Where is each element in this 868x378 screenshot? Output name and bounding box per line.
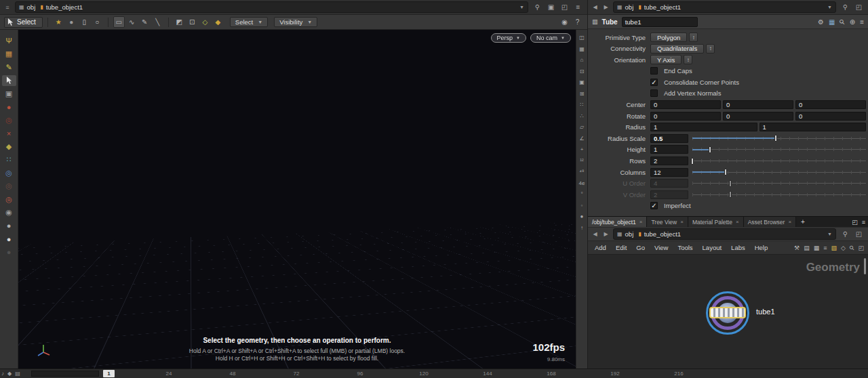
close-icon[interactable]: × (680, 219, 684, 225)
torus-blue-tool-icon[interactable]: ◎ (2, 167, 16, 178)
param-input[interactable]: 0 (795, 112, 866, 121)
slider-handle[interactable] (774, 135, 777, 142)
lock-path-icon[interactable]: ▣ (547, 3, 555, 11)
frame-selected-icon[interactable]: ⊡ (580, 68, 585, 75)
chevron-down-icon[interactable]: ▼ (827, 232, 832, 236)
visibility-dropdown[interactable]: Visibility ▼ (274, 17, 317, 27)
menu-add[interactable]: Add (590, 244, 611, 251)
circle-tool-icon[interactable]: ◎ (2, 114, 16, 125)
param-input[interactable]: 4 (650, 179, 688, 188)
delete-tool-icon[interactable]: × (2, 128, 16, 139)
box-select-icon[interactable]: ▭ (113, 16, 125, 28)
degree-icon[interactable]: ° (580, 190, 583, 198)
select-contained-icon[interactable]: ⊡ (186, 16, 198, 28)
param-menu-button[interactable]: Polygon (650, 33, 687, 42)
param-input[interactable]: 0 (650, 112, 721, 121)
path-field[interactable]: ▦ obj ▮ tube_object1 ▼ (613, 1, 836, 13)
timeline-ticks[interactable]: 24487296120144168192216 (105, 369, 743, 378)
history-back-icon[interactable]: ◀ (591, 231, 599, 237)
pin-icon[interactable]: ⚲ (533, 3, 542, 11)
node-chip[interactable]: ▮ tube_object1 (40, 3, 83, 11)
search-icon[interactable]: ⚲ (840, 18, 844, 26)
grid-toggle-icon[interactable]: ▦ (814, 245, 820, 251)
param-input[interactable]: 0 (723, 112, 793, 121)
torus-dark-tool-icon[interactable]: ◎ (2, 181, 16, 192)
normals-display-icon[interactable]: ↑ (580, 224, 583, 232)
param-checkbox[interactable] (650, 89, 658, 97)
param-input[interactable]: 1 (650, 145, 688, 154)
sphere-gray-tool-icon[interactable]: ● (2, 220, 16, 231)
param-slider[interactable] (692, 156, 866, 165)
snap-grid-icon[interactable]: ⊞ (580, 90, 585, 98)
param-checkbox[interactable]: ✓ (650, 79, 658, 86)
param-checkbox[interactable]: ✓ (650, 202, 658, 209)
viewport-3d[interactable]: Persp ▼ No cam ▼ Select the geometry, th… (18, 30, 576, 369)
comb-tool-icon[interactable]: Ψ (2, 35, 16, 46)
path-field[interactable]: ▦ obj ▮ tube_object1 ▼ (15, 1, 528, 13)
pane-tab[interactable]: Material Palette× (688, 217, 744, 227)
menu-tools[interactable]: Tools (673, 244, 697, 251)
select-tool-button[interactable]: Select (4, 17, 43, 28)
torus-red-tool-icon[interactable]: ◎ (2, 194, 16, 205)
param-input[interactable]: 0 (723, 100, 793, 109)
menu-layout[interactable]: Layout (698, 244, 727, 251)
select-mode-dropdown[interactable]: Select ▼ (230, 17, 268, 27)
uv-select-icon[interactable]: ◆ (212, 16, 224, 28)
node-network-icon[interactable]: ▦ (829, 18, 835, 26)
param-input[interactable]: 0 (650, 100, 721, 109)
show-handles-icon[interactable]: ★ (53, 16, 64, 28)
param-input[interactable]: 0.5 (650, 134, 688, 143)
sphere-tool-icon[interactable]: ● (2, 102, 16, 112)
angle-snap-icon[interactable]: ∠ (579, 135, 584, 142)
precision-48-icon[interactable]: ⁴⁸ (580, 168, 585, 175)
handles-icon[interactable]: + (580, 146, 584, 153)
menu-edit[interactable]: Edit (611, 244, 631, 251)
pane-tab[interactable]: Asset Browser× (744, 217, 796, 227)
param-input[interactable]: 1 (760, 123, 867, 131)
slider-handle[interactable] (691, 158, 694, 165)
uv-grid-tool-icon[interactable]: ▦ (2, 49, 16, 60)
align-nodes-icon[interactable]: ≡ (823, 245, 827, 251)
context-chip[interactable]: ▦ obj (617, 3, 633, 11)
lock-camera-icon[interactable]: ▣ (579, 79, 585, 86)
split-pane-icon[interactable]: ◰ (854, 3, 863, 11)
node-chip[interactable]: ▮ tube_object1 (638, 3, 681, 11)
slider-handle[interactable] (709, 146, 711, 153)
menu-labs[interactable]: Labs (726, 244, 750, 251)
menu-help[interactable]: Help (750, 244, 773, 251)
line-select-icon[interactable]: ╲ (152, 16, 163, 28)
zoom-in-icon[interactable]: ⊕ (850, 18, 855, 26)
sphere-light-tool-icon[interactable]: ● (2, 234, 16, 245)
view-grid-icon[interactable]: ▦ (579, 45, 585, 53)
param-input[interactable]: 1 (650, 123, 757, 131)
home-view-icon[interactable]: ⌂ (580, 56, 584, 64)
shape-palette-icon[interactable]: ◇ (841, 245, 846, 251)
param-input[interactable]: 12 (650, 168, 688, 177)
precision-4e-icon[interactable]: 4e (579, 180, 585, 187)
slider-handle[interactable] (729, 180, 732, 187)
history-forward-icon[interactable]: ▶ (602, 4, 610, 10)
pane-menu-icon[interactable]: ≡ (574, 3, 583, 11)
tools-icon[interactable]: ⚒ (794, 245, 800, 251)
camera-link-button[interactable]: No cam ▼ (530, 33, 571, 43)
param-input[interactable]: 0 (795, 100, 866, 109)
merge-tool-icon[interactable]: ◉ (2, 207, 16, 218)
menu-arrows-icon[interactable]: ↕ (684, 55, 692, 64)
close-icon[interactable]: × (639, 219, 643, 225)
parameter-menu-icon[interactable]: ≡ (860, 18, 864, 26)
select-groups-icon[interactable]: ▯ (79, 16, 90, 28)
precision-12-icon[interactable]: ¹² (580, 157, 583, 165)
close-icon[interactable]: × (788, 219, 791, 225)
sphere-dark-tool-icon[interactable]: ● (2, 247, 16, 257)
brush-select-icon[interactable]: ✎ (139, 16, 151, 28)
pane-menu-icon[interactable]: ≡ (3, 4, 12, 11)
help-icon[interactable]: ? (572, 16, 583, 28)
select-loop-icon[interactable]: ○ (92, 16, 103, 28)
node-chip[interactable]: ▮ tube_object1 (638, 230, 681, 238)
menu-go[interactable]: Go (631, 244, 650, 251)
snap-points-icon[interactable]: ∷ (580, 101, 583, 108)
param-slider[interactable] (692, 168, 866, 177)
slider-handle[interactable] (724, 169, 727, 175)
pane-layout-icon[interactable]: ◫ (579, 34, 585, 41)
snap-multi-icon[interactable]: ∴ (580, 112, 583, 120)
